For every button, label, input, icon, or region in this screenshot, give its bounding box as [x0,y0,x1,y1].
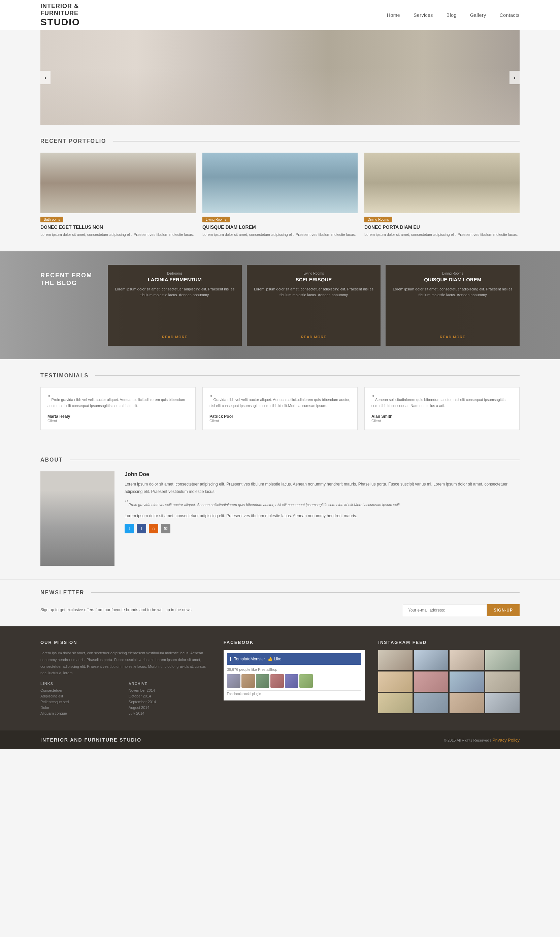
blog-card-category-1: Bedrooms [114,271,235,275]
portfolio-title-3: DONEC PORTA DIAM EU [365,224,520,230]
portfolio-image-3 [365,153,520,213]
instagram-image[interactable] [485,693,520,713]
portfolio-item: Dining Rooms DONEC PORTA DIAM EU Lorem i… [365,153,520,238]
newsletter-inner: Sign up to get exclusive offers from our… [40,604,520,616]
about-section-title: ABOUT [40,457,63,463]
facebook-face [271,674,284,688]
logo-line2: FURNITURE [40,10,80,17]
about-person-visual [40,472,114,566]
portfolio-text-3: Lorem ipsum dolor sit amet, consectetuer… [365,232,520,238]
footer-mission-col: OUR MISSION Lorem ipsum dolor sit amet, … [40,640,210,717]
testimonials-section-title: TESTIMONIALS [40,373,89,379]
site-header: INTERIOR & FURNITURE STUDIO Home Service… [0,0,560,30]
instagram-image[interactable] [378,650,412,670]
nav-blog[interactable]: Blog [446,12,457,18]
quote-mark: " [125,499,128,508]
footer-link[interactable]: Adipiscing elit [40,694,122,698]
instagram-image[interactable] [449,672,484,692]
logo[interactable]: INTERIOR & FURNITURE STUDIO [40,3,80,28]
footer-link[interactable]: Pellentesque sed [40,700,122,704]
twitter-icon[interactable]: t [125,524,134,533]
footer-link[interactable]: Aliquam congue [40,711,122,715]
facebook-face [256,674,269,688]
nav-home[interactable]: Home [387,12,400,18]
footer-archive-link[interactable]: November 2014 [129,688,210,692]
portfolio-text-2: Lorem ipsum dolor sit amet, consectetuer… [202,232,358,238]
blog-section-label: RECENT FROM THE BLOG [40,271,92,287]
testimonials-section: TESTIMONIALS " Proin gravida nibh vel ve… [0,359,560,444]
portfolio-section: RECENT PORTFOLIO Bathrooms DONEC EGET TE… [0,125,560,251]
footer-archive-link[interactable]: September 2014 [129,700,210,704]
blog-card: Dining Rooms QUISQUE DIAM LOREM Lorem ip… [386,265,520,346]
footer-links-col: LINKS Consectetuer Adipiscing elit Pelle… [40,681,122,717]
instagram-image[interactable] [378,693,412,713]
instagram-image[interactable] [449,693,484,713]
newsletter-description: Sign up to get exclusive offers from our… [40,607,392,613]
nav-gallery[interactable]: Gallery [470,12,486,18]
testimonial-item: " Gravida nibh vel velit auctor aliquet.… [202,387,358,430]
footer-instagram-col: INSTAGRAM FEED [378,640,520,717]
testimonial-quote-3: " Aenean sollicitudinlorem quis bibendum… [371,394,512,409]
testimonial-role-3: Client [371,419,512,423]
instagram-image[interactable] [378,672,412,692]
blog-card: Bedrooms LACINIA FERMENTUM Lorem ipsum d… [108,265,242,346]
footer-facebook-heading: FACEBOOK [224,640,365,645]
facebook-plugin-label: Facebook social plugin [227,690,362,697]
blog-card-category-2: Living Rooms [254,271,374,275]
blog-content: RECENT FROM THE BLOG Bedrooms LACINIA FE… [0,251,560,359]
footer-grid: OUR MISSION Lorem ipsum dolor sit amet, … [40,640,520,717]
footer-links-heading: LINKS [40,681,122,686]
blog-card: Living Rooms SCELERISQUE Lorem ipsum dol… [247,265,381,346]
portfolio-title-2: QUISQUE DIAM LOREM [202,224,358,230]
about-name: John Doe [125,472,520,478]
nav-services[interactable]: Services [414,12,433,18]
instagram-image[interactable] [414,650,448,670]
footer: OUR MISSION Lorem ipsum dolor sit amet, … [0,626,560,730]
logo-line1: INTERIOR & [40,3,80,10]
instagram-image[interactable] [449,650,484,670]
footer-facebook-widget: f TemplateMonster 👍 Like 36,676 people l… [224,650,365,700]
blog-card-title-3: QUISQUE DIAM LOREM [392,277,513,282]
footer-archive-link[interactable]: August 2014 [129,706,210,710]
instagram-grid [378,650,520,713]
footer-link[interactable]: Consectetuer [40,688,122,692]
blog-label-col: RECENT FROM THE BLOG [40,251,108,359]
blog-section: RECENT FROM THE BLOG Bedrooms LACINIA FE… [0,251,560,359]
footer-brand: INTERIOR AND FURNITURE STUDIO [40,737,142,743]
testimonials-divider [95,375,520,376]
instagram-image[interactable] [414,693,448,713]
footer-archive-link[interactable]: October 2014 [129,694,210,698]
footer-link[interactable]: Dolor [40,706,122,710]
blog-card-text-3: Lorem ipsum dolor sit amet, consectetuer… [392,287,513,331]
newsletter-email-input[interactable] [403,604,487,616]
instagram-image[interactable] [414,672,448,692]
blog-read-more-1[interactable]: READ MORE [114,335,235,339]
portfolio-grid: Bathrooms DONEC EGET TELLUS NON Lorem ip… [40,153,520,238]
rss-icon[interactable]: ⌂ [149,524,158,533]
portfolio-divider [113,141,520,142]
slider-prev-button[interactable]: ‹ [40,71,51,84]
facebook-icon[interactable]: f [137,524,146,533]
newsletter-section-title: NEWSLETTER [40,590,84,596]
footer-privacy-link[interactable]: Privacy Policy [492,738,520,743]
quote-mark: " [371,393,374,403]
testimonial-author-3: Alan Smith [371,414,512,419]
footer-archive-link[interactable]: July 2014 [129,711,210,715]
about-divider [70,459,520,460]
slider-next-button[interactable]: › [509,71,520,84]
footer-mission-text: Lorem ipsum dolor sit amet, con sectetue… [40,650,210,677]
about-title-row: ABOUT [40,457,520,463]
instagram-image[interactable] [485,650,520,670]
newsletter-signup-button[interactable]: SIGN-UP [487,604,520,616]
blog-read-more-2[interactable]: READ MORE [254,335,374,339]
blog-card-category-3: Dining Rooms [392,271,513,275]
mail-icon[interactable]: ✉ [161,524,171,533]
facebook-count: 36,676 people like PrestaShop [227,667,362,672]
nav-contacts[interactable]: Contacts [500,12,520,18]
blog-read-more-3[interactable]: READ MORE [392,335,513,339]
facebook-face [242,674,255,688]
instagram-image[interactable] [485,672,520,692]
portfolio-section-title: RECENT PORTFOLIO [40,138,106,144]
portfolio-badge-1: Bathrooms [40,217,63,222]
facebook-face [285,674,298,688]
